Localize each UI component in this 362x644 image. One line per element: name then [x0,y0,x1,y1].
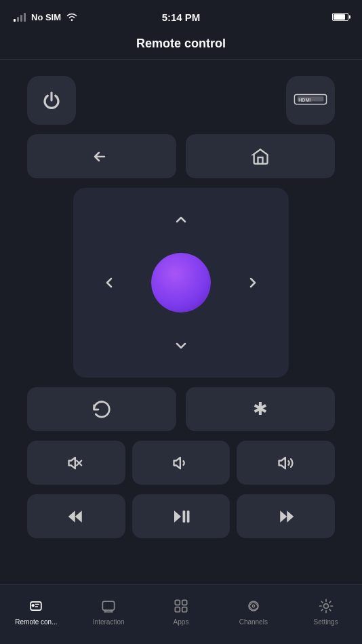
settings-tab-icon [317,597,335,615]
svg-point-14 [323,603,328,608]
fast-forward-icon [276,506,296,527]
interaction-tab-icon [100,597,117,615]
svg-point-13 [252,605,254,607]
back-button[interactable] [27,134,176,178]
mute-icon [66,454,85,472]
svg-rect-11 [182,607,187,611]
tab-settings-label: Settings [314,618,338,626]
rewind-button[interactable] [27,494,125,538]
dpad-up-button[interactable] [161,199,201,240]
dpad-ok-button[interactable] [151,253,211,313]
rewind-icon [66,506,86,527]
back-icon [92,148,111,165]
remote-control: HDMI [0,60,362,538]
row-replay-asterisk: ✱ [27,387,335,431]
dpad-right-button[interactable] [233,262,273,303]
volume-down-icon [172,454,190,472]
power-button[interactable] [27,76,76,125]
svg-rect-4 [187,510,190,523]
play-pause-icon [171,506,191,527]
channels-tab-icon [245,597,262,615]
signal-icon [14,13,26,22]
svg-rect-10 [175,607,180,611]
dpad [73,188,289,378]
dpad-left-button[interactable] [89,262,129,303]
svg-rect-8 [175,600,180,605]
home-button[interactable] [186,134,335,178]
status-bar: No SIM 5:14 PM [0,0,362,30]
tab-remote-label: Remote con... [15,618,57,626]
svg-rect-3 [183,510,186,523]
svg-text:HDMI: HDMI [298,98,310,103]
replay-button[interactable] [27,387,176,431]
row-back-home [27,134,335,178]
svg-rect-9 [182,600,187,605]
wifi-icon [66,13,77,21]
apps-tab-icon [172,597,190,615]
volume-up-icon [277,454,296,472]
status-time: 5:14 PM [162,12,201,23]
carrier-label: No SIM [31,12,61,22]
svg-point-6 [32,604,34,606]
tab-apps-label: Apps [174,618,189,626]
tab-bar: Remote con... Interaction Apps Channels [0,584,362,644]
tab-settings[interactable]: Settings [289,585,362,644]
page-title: Remote control [0,37,362,51]
row-playback [27,494,335,538]
power-icon [41,90,62,110]
mute-button[interactable] [27,441,125,485]
home-icon [251,147,270,166]
status-left: No SIM [14,12,77,22]
svg-rect-7 [103,601,115,610]
play-pause-button[interactable] [132,494,230,538]
volume-down-button[interactable] [132,441,230,485]
tab-channels[interactable]: Channels [217,585,289,644]
volume-up-button[interactable] [237,441,335,485]
title-bar: Remote control [0,30,362,60]
replay-icon [92,399,112,420]
row-power-hdmi: HDMI [27,76,335,125]
tab-interaction[interactable]: Interaction [73,585,145,644]
asterisk-button[interactable]: ✱ [186,387,335,431]
remote-tab-icon [27,597,45,615]
tab-remote[interactable]: Remote con... [0,585,73,644]
battery-icon [332,13,348,21]
hdmi-icon: HDMI [294,93,327,108]
tab-apps[interactable]: Apps [145,585,218,644]
asterisk-icon: ✱ [253,399,268,420]
tab-channels-label: Channels [239,618,268,626]
tab-interaction-label: Interaction [93,618,125,626]
hdmi-button[interactable]: HDMI [286,76,335,125]
dpad-down-button[interactable] [161,325,201,366]
status-right [332,13,348,21]
row-volume [27,441,335,485]
fast-forward-button[interactable] [237,494,335,538]
